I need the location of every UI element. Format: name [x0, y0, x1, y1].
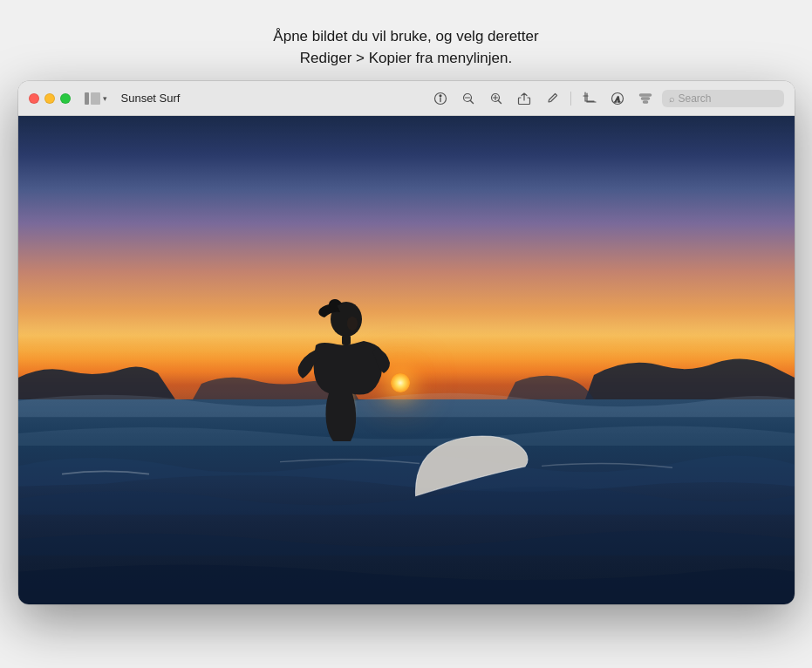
photo-content [18, 116, 795, 604]
markup-divider [570, 92, 571, 106]
minimize-button[interactable] [44, 93, 55, 104]
surfer-figure [290, 293, 394, 467]
share-button[interactable] [513, 87, 536, 110]
search-input[interactable] [679, 92, 774, 105]
titlebar: ▾ Sunset Surf [18, 81, 795, 116]
traffic-lights [29, 93, 71, 104]
share-icon [517, 92, 531, 106]
filter-button[interactable] [634, 87, 657, 110]
svg-line-7 [498, 100, 501, 103]
svg-text:A: A [614, 95, 620, 104]
chevron-down-icon: ▾ [103, 94, 107, 103]
zoom-out-icon [461, 92, 475, 106]
svg-point-2 [440, 95, 441, 97]
info-button[interactable] [429, 87, 452, 110]
svg-line-4 [470, 100, 473, 103]
svg-rect-12 [639, 94, 651, 96]
filter-icon [638, 92, 652, 106]
svg-rect-13 [641, 98, 649, 99]
sidebar-icon [85, 92, 100, 105]
svg-point-18 [347, 317, 358, 331]
photo-background [18, 116, 795, 604]
sidebar-toggle-button[interactable]: ▾ [85, 92, 107, 105]
adjust-icon: A [611, 92, 624, 106]
pencil-icon [545, 92, 559, 106]
toolbar-actions: A ⌕ [429, 87, 784, 110]
crop-icon [583, 92, 597, 106]
close-button[interactable] [29, 93, 39, 104]
maximize-button[interactable] [60, 93, 71, 104]
tooltip-text: Åpne bildet du vil bruke, og velg derett… [273, 26, 538, 69]
window-title: Sunset Surf [121, 92, 181, 105]
adjust-button[interactable]: A [606, 87, 629, 110]
search-icon: ⌕ [669, 93, 675, 104]
app-window: ▾ Sunset Surf [18, 81, 795, 604]
svg-rect-14 [643, 101, 647, 103]
zoom-in-icon [489, 92, 503, 106]
crop-button[interactable] [578, 87, 601, 110]
svg-rect-17 [342, 335, 351, 345]
zoom-in-button[interactable] [485, 87, 508, 110]
search-box: ⌕ [662, 90, 784, 107]
info-icon [433, 92, 447, 106]
zoom-out-button[interactable] [457, 87, 480, 110]
markup-button[interactable] [541, 87, 563, 110]
